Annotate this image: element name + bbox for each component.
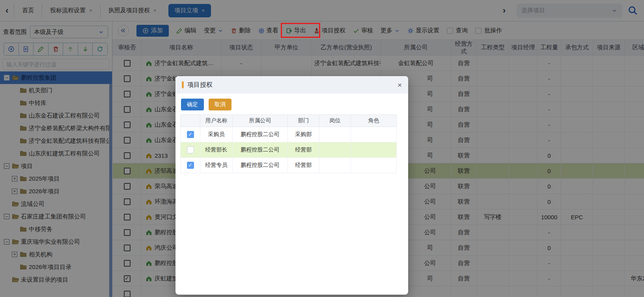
column-header[interactable]: 所属公司 [233, 115, 288, 127]
cell-post [319, 127, 351, 142]
cell-post [319, 158, 351, 173]
cell-company: 鹏程控股二公司 [233, 142, 288, 158]
dialog-title: 项目授权 [187, 81, 213, 89]
column-header-select [181, 115, 200, 127]
column-header[interactable]: 部门 [288, 115, 319, 127]
app-window: ‹ 首页 投标流程设置 × 执照及项目授权 × 项目立项 × › 选择项目 [0, 0, 644, 297]
column-header[interactable]: 岗位 [319, 115, 351, 127]
user-checkbox[interactable]: ✓ [187, 162, 194, 169]
column-header[interactable]: 角色 [351, 115, 397, 127]
cell-role [351, 158, 397, 173]
confirm-button[interactable]: 确定 [181, 99, 204, 110]
user-row[interactable]: 经营部长鹏程控股二公司经营部 [181, 142, 397, 158]
dialog-header: 项目授权 × [175, 76, 408, 93]
cell-post [319, 142, 351, 158]
user-table: 用户名称所属公司部门岗位角色 ✓采购员鹏程控股二公司采购部经营部长鹏程控股二公司… [180, 114, 397, 173]
cell-company: 鹏程控股二公司 [233, 127, 288, 142]
cell-select [181, 142, 200, 158]
user-row[interactable]: ✓经营专员鹏程控股二公司经营部 [181, 158, 397, 173]
user-checkbox[interactable]: ✓ [187, 131, 194, 138]
cell-user: 经营部长 [200, 142, 233, 158]
cell-user: 采购员 [200, 127, 233, 142]
cell-dept: 经营部 [288, 142, 319, 158]
user-checkbox[interactable] [187, 146, 194, 153]
cell-role [351, 142, 397, 158]
cell-dept: 经营部 [288, 158, 319, 173]
dialog-actions: 确定 取消 [175, 93, 408, 114]
cell-select: ✓ [181, 127, 200, 142]
cell-select: ✓ [181, 158, 200, 173]
cell-dept: 采购部 [288, 127, 319, 142]
close-icon[interactable]: × [398, 81, 402, 89]
title-accent-bar [182, 81, 184, 88]
cell-role [351, 127, 397, 142]
column-header[interactable]: 用户名称 [200, 115, 233, 127]
project-authorize-dialog: 项目授权 × 确定 取消 用户名称所属公司部门岗位角色 ✓采购员鹏程控股二公司采… [175, 76, 408, 295]
cell-company: 鹏程控股二公司 [233, 158, 288, 173]
cancel-button[interactable]: 取消 [209, 99, 231, 110]
user-row[interactable]: ✓采购员鹏程控股二公司采购部 [181, 127, 397, 142]
user-table-header-row: 用户名称所属公司部门岗位角色 [181, 115, 397, 127]
cell-user: 经营专员 [200, 158, 233, 173]
